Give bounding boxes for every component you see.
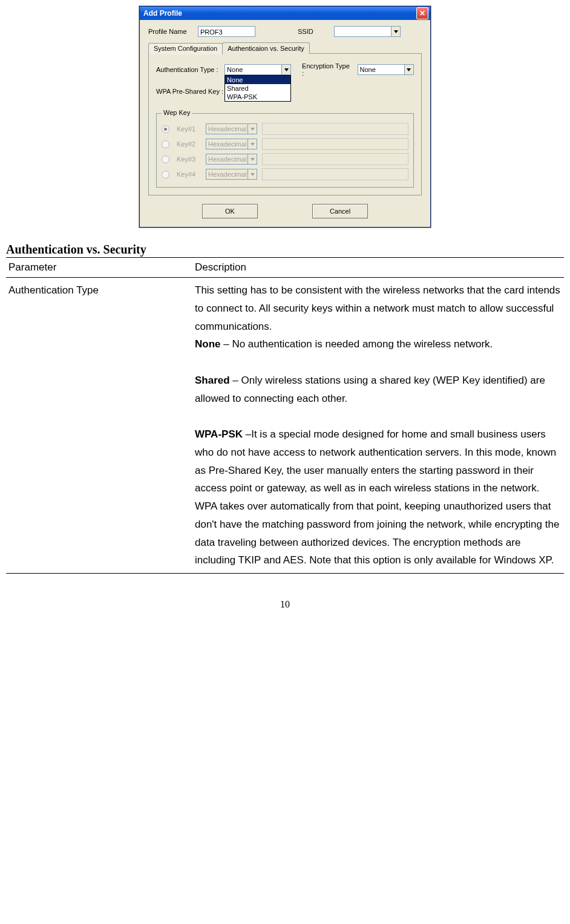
- wep-key1-format[interactable]: Hexadecimal: [206, 123, 257, 134]
- wep-key2-radio[interactable]: [162, 140, 169, 148]
- wep-key-fieldset: Wep Key Key#1 Hexadecimal Key#2 Hexadeci…: [156, 113, 414, 188]
- auth-type-option-none[interactable]: None: [225, 76, 290, 84]
- enc-type-value: None: [358, 65, 404, 74]
- wep-key4-input[interactable]: [262, 168, 408, 180]
- profile-name-label: Profile Name: [148, 28, 198, 35]
- tab-system-configuration[interactable]: System Configuration: [148, 43, 223, 54]
- chevron-down-icon[interactable]: [391, 27, 400, 36]
- wep-key2-label: Key#2: [177, 140, 201, 148]
- wep-row: Key#4 Hexadecimal: [162, 168, 408, 180]
- page-number: 10: [0, 599, 570, 610]
- titlebar: Add Profile ✕: [140, 7, 430, 20]
- col-description: Description: [192, 258, 564, 278]
- ssid-combo[interactable]: [334, 26, 401, 37]
- chevron-down-icon: [247, 139, 257, 149]
- ssid-label: SSID: [298, 28, 322, 35]
- wep-key3-label: Key#3: [177, 156, 201, 163]
- wep-key-legend: Wep Key: [162, 109, 192, 116]
- wep-row: Key#2 Hexadecimal: [162, 138, 408, 150]
- desc-wpa-text: –It is a special mode designed for home …: [195, 428, 559, 566]
- wep-key3-input[interactable]: [262, 153, 408, 165]
- desc-intro: This setting has to be consistent with t…: [195, 284, 560, 332]
- enc-type-label: Encryption Type :: [302, 62, 352, 77]
- desc-none-text: – No authentication is needed among the …: [221, 338, 493, 350]
- wep-key2-input[interactable]: [262, 138, 408, 150]
- chevron-down-icon[interactable]: [404, 65, 413, 74]
- param-description: This setting has to be consistent with t…: [192, 278, 564, 574]
- params-table: Parameter Description Authentication Typ…: [6, 258, 564, 574]
- wep-key3-radio[interactable]: [162, 156, 169, 163]
- wep-key3-format[interactable]: Hexadecimal: [206, 154, 257, 165]
- desc-shared-label: Shared: [195, 375, 230, 386]
- cancel-button[interactable]: Cancel: [312, 204, 368, 218]
- tab-authentication-security[interactable]: Authenticaion vs. Security: [222, 42, 310, 54]
- wep-key1-input[interactable]: [262, 123, 408, 135]
- col-parameter: Parameter: [6, 258, 192, 278]
- auth-type-label: Authentication Type :: [156, 66, 224, 73]
- wep-key4-format[interactable]: Hexadecimal: [206, 169, 257, 180]
- desc-wpa-label: WPA-PSK: [195, 428, 243, 440]
- wep-key1-label: Key#1: [177, 125, 201, 133]
- wpa-psk-label: WPA Pre-Shared Key :: [156, 88, 226, 95]
- wep-key4-label: Key#4: [177, 171, 201, 178]
- auth-type-option-wpa-psk[interactable]: WPA-PSK: [225, 93, 290, 101]
- chevron-down-icon: [247, 169, 257, 179]
- add-profile-dialog: Add Profile ✕ Profile Name PROF3 SSID Sy…: [139, 6, 431, 228]
- ssid-value: [335, 27, 391, 36]
- desc-shared-text: – Only wireless stations using a shared …: [195, 375, 545, 404]
- wep-key2-format[interactable]: Hexadecimal: [206, 139, 257, 149]
- close-icon[interactable]: ✕: [416, 7, 428, 19]
- tab-panel: Authentication Type : None None Shared W…: [148, 53, 422, 195]
- desc-none-label: None: [195, 338, 221, 350]
- wep-key1-radio[interactable]: [162, 125, 169, 133]
- ok-button[interactable]: OK: [202, 204, 258, 218]
- auth-type-combo[interactable]: None: [224, 64, 291, 75]
- chevron-down-icon[interactable]: [281, 65, 290, 74]
- auth-type-option-shared[interactable]: Shared: [225, 84, 290, 93]
- chevron-down-icon: [247, 124, 257, 134]
- enc-type-combo[interactable]: None: [358, 64, 414, 75]
- section-title: Authentication vs. Security: [6, 243, 564, 258]
- wep-key4-radio[interactable]: [162, 171, 169, 179]
- wep-row: Key#3 Hexadecimal: [162, 153, 408, 165]
- window-title: Add Profile: [143, 9, 182, 18]
- auth-type-dropdown-list: None Shared WPA-PSK: [224, 75, 291, 102]
- auth-type-value: None: [225, 65, 281, 74]
- profile-name-input[interactable]: PROF3: [198, 26, 255, 37]
- chevron-down-icon: [247, 154, 257, 164]
- wep-row: Key#1 Hexadecimal: [162, 123, 408, 135]
- param-name: Authentication Type: [6, 278, 192, 574]
